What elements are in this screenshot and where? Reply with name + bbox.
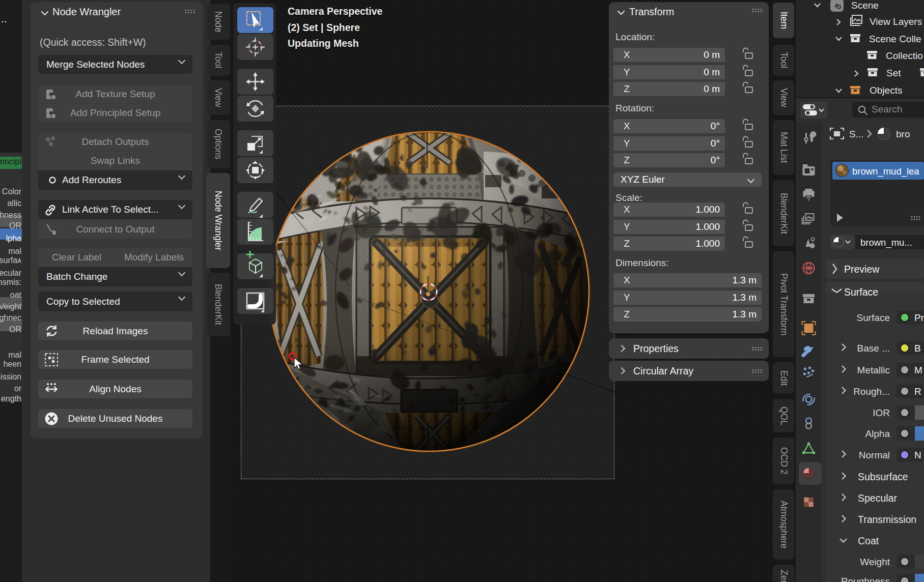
- svg-text:R: R: [914, 386, 921, 397]
- svg-text:Specular: Specular: [858, 492, 897, 504]
- svg-text:Rough...: Rough...: [853, 386, 890, 397]
- svg-text:S...: S...: [849, 129, 864, 139]
- svg-text:Metallic: Metallic: [857, 365, 890, 375]
- svg-text:Transmission: Transmission: [858, 514, 916, 525]
- svg-text:Weight: Weight: [860, 557, 890, 567]
- svg-text:B: B: [914, 343, 921, 354]
- svg-text:Base ...: Base ...: [857, 343, 890, 354]
- svg-text:Normal: Normal: [859, 450, 890, 460]
- svg-text:Subsurface: Subsurface: [858, 471, 908, 482]
- svg-text:M: M: [914, 365, 922, 375]
- svg-text:Surface: Surface: [844, 286, 878, 298]
- svg-text:Roughness: Roughness: [841, 576, 890, 582]
- svg-text:Coat: Coat: [858, 535, 879, 546]
- svg-text:N: N: [914, 450, 921, 460]
- svg-text:Preview: Preview: [844, 264, 880, 275]
- svg-text:Surface: Surface: [857, 312, 890, 323]
- svg-text:Pr: Pr: [914, 312, 924, 323]
- svg-text:Alpha: Alpha: [865, 428, 890, 439]
- svg-text:brown_mu...: brown_mu...: [860, 237, 912, 248]
- svg-text:IOR: IOR: [873, 408, 890, 418]
- svg-text:bro: bro: [896, 129, 910, 139]
- svg-text:brown_mud_lea: brown_mud_lea: [852, 166, 919, 177]
